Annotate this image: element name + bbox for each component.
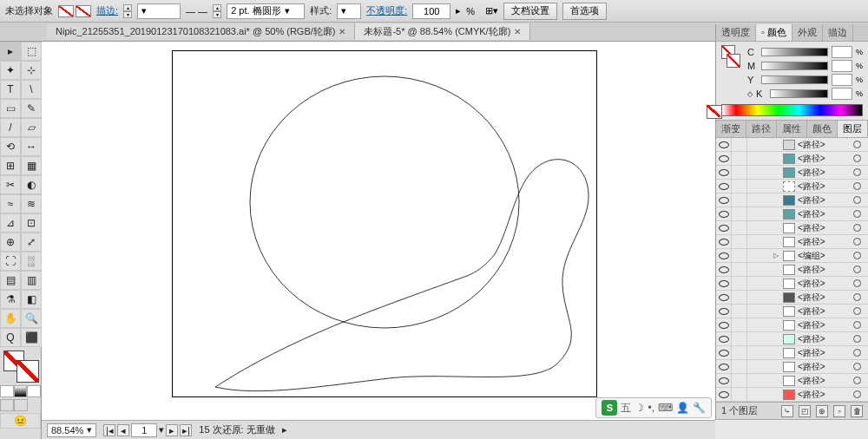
tool-29[interactable]: 🔍 xyxy=(21,309,42,328)
tool-14[interactable]: ✂ xyxy=(0,175,21,194)
lock-cell[interactable] xyxy=(732,305,747,318)
doc-tab[interactable]: Nipic_21255351_20190123170108321083.ai* … xyxy=(47,23,355,40)
tool-26[interactable]: ⚗ xyxy=(0,290,21,309)
tab-appearance[interactable]: 外观 xyxy=(792,24,823,41)
ime-keyboard-icon[interactable]: ⌨ xyxy=(658,402,673,414)
stroke-weight-dropdown[interactable]: ▾ xyxy=(137,3,181,19)
tool-12[interactable]: ⊞ xyxy=(0,156,21,175)
tool-7[interactable]: ✎ xyxy=(21,99,42,118)
visibility-icon[interactable] xyxy=(716,180,732,193)
doc-tab[interactable]: 未标题-5* @ 88.54% (CMYK/轮廓) ✕ xyxy=(355,23,530,40)
brush-spinner[interactable]: ▴▾ xyxy=(213,4,221,18)
lock-cell[interactable] xyxy=(732,152,747,166)
tool-11[interactable]: ↔ xyxy=(21,137,42,156)
layers-list[interactable]: <路径><路径><路径><路径><路径><路径><路径><路径>▷<编组><路径… xyxy=(716,138,868,402)
lock-cell[interactable] xyxy=(732,193,747,207)
k-slider[interactable] xyxy=(770,89,828,98)
new-sublayer-icon[interactable]: ⊕ xyxy=(816,405,828,417)
ime-logo-icon[interactable]: S xyxy=(602,400,617,416)
visibility-icon[interactable] xyxy=(716,332,732,346)
target-icon[interactable] xyxy=(851,236,863,248)
tool-24[interactable]: ▤ xyxy=(0,271,21,290)
tool-0[interactable]: ▸ xyxy=(0,42,21,61)
layer-row[interactable]: <路径> xyxy=(716,138,868,152)
m-slider[interactable] xyxy=(761,62,828,70)
prefs-button[interactable]: 首选项 xyxy=(562,3,607,20)
visibility-icon[interactable] xyxy=(716,152,732,166)
tool-21[interactable]: ⤢ xyxy=(21,233,42,252)
locate-icon[interactable]: ⤷ xyxy=(781,405,793,417)
stroke-color[interactable] xyxy=(17,361,38,382)
none-mode[interactable] xyxy=(27,385,41,397)
visibility-icon[interactable] xyxy=(716,305,732,318)
opacity-arrow[interactable]: ▸ xyxy=(456,5,461,16)
layer-row[interactable]: <路径> xyxy=(716,318,868,332)
target-icon[interactable] xyxy=(851,250,863,262)
tab-layers[interactable]: 图层 xyxy=(838,121,868,137)
tool-15[interactable]: ◐ xyxy=(21,175,42,194)
layer-row[interactable]: <路径> xyxy=(716,332,868,346)
tool-30[interactable]: Q xyxy=(0,328,21,347)
lock-cell[interactable] xyxy=(732,374,747,388)
close-icon[interactable]: ✕ xyxy=(514,27,521,36)
next-page-icon[interactable]: ▸ xyxy=(166,424,178,436)
tab-swatches[interactable]: 颜色 xyxy=(807,121,838,137)
layer-row[interactable]: <路径> xyxy=(716,291,868,305)
stroke-link[interactable]: 描边: xyxy=(96,4,118,17)
brush-dropdown[interactable]: 2 pt. 椭圆形▾ xyxy=(227,3,305,19)
visibility-icon[interactable] xyxy=(716,193,732,207)
target-icon[interactable] xyxy=(851,167,863,179)
lock-cell[interactable] xyxy=(732,346,747,360)
target-icon[interactable] xyxy=(851,153,863,165)
zoom-field[interactable]: 88.54% ▾ xyxy=(47,423,96,437)
layer-row[interactable]: <路径> xyxy=(716,346,868,360)
style-dropdown[interactable]: ▾ xyxy=(337,3,361,19)
lock-cell[interactable] xyxy=(732,332,747,346)
lock-cell[interactable] xyxy=(732,277,747,291)
target-icon[interactable] xyxy=(851,180,863,193)
c-value[interactable] xyxy=(832,46,852,58)
target-icon[interactable] xyxy=(851,208,863,220)
layer-row[interactable]: <路径> xyxy=(716,305,868,318)
visibility-icon[interactable] xyxy=(716,360,732,374)
last-page-icon[interactable]: ▸| xyxy=(180,424,192,436)
first-page-icon[interactable]: |◂ xyxy=(103,424,115,436)
target-icon[interactable] xyxy=(851,292,863,304)
target-icon[interactable] xyxy=(851,361,863,373)
layer-row[interactable]: <路径> xyxy=(716,207,868,221)
ime-mode[interactable]: 五 xyxy=(621,401,631,416)
lock-cell[interactable] xyxy=(732,318,747,332)
align-icon[interactable]: ⊞▾ xyxy=(485,5,498,16)
tool-20[interactable]: ⊕ xyxy=(0,233,21,252)
target-icon[interactable] xyxy=(851,222,863,234)
tool-28[interactable]: ✋ xyxy=(0,309,21,328)
layer-row[interactable]: <路径> xyxy=(716,180,868,193)
visibility-icon[interactable] xyxy=(716,291,732,305)
target-icon[interactable] xyxy=(851,319,863,331)
ime-bar[interactable]: S 五 ☽ •, ⌨ 👤 🔧 xyxy=(595,397,712,418)
canvas[interactable] xyxy=(42,42,715,420)
visibility-icon[interactable] xyxy=(716,318,732,332)
tool-10[interactable]: ⟲ xyxy=(0,137,21,156)
visibility-icon[interactable] xyxy=(716,138,732,152)
visibility-icon[interactable] xyxy=(716,221,732,235)
color-spectrum[interactable] xyxy=(721,104,863,116)
target-icon[interactable] xyxy=(851,333,863,345)
new-layer-icon[interactable]: ▫ xyxy=(833,405,845,417)
tab-gradient[interactable]: 渐变 xyxy=(716,121,746,137)
screen-normal[interactable] xyxy=(0,399,14,411)
lock-cell[interactable] xyxy=(732,263,747,277)
fill-stroke-control[interactable] xyxy=(3,351,38,382)
visibility-icon[interactable] xyxy=(716,207,732,221)
status-arrow[interactable]: ▸ xyxy=(282,424,287,436)
visibility-icon[interactable] xyxy=(716,388,732,402)
tool-19[interactable]: ⊡ xyxy=(21,213,42,233)
tool-16[interactable]: ≈ xyxy=(0,194,21,213)
visibility-icon[interactable] xyxy=(716,263,732,277)
y-slider[interactable] xyxy=(761,75,828,84)
tool-18[interactable]: ⊿ xyxy=(0,213,21,233)
ime-moon-icon[interactable]: ☽ xyxy=(635,402,644,414)
layer-row[interactable]: <路径> xyxy=(716,152,868,166)
visibility-icon[interactable] xyxy=(716,249,732,263)
tab-stroke[interactable]: 描边 xyxy=(823,24,853,41)
